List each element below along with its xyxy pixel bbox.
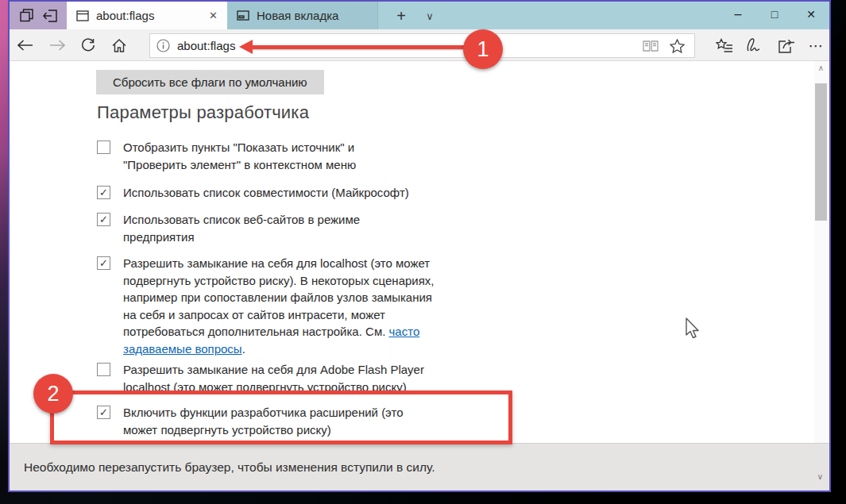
flag-row: ✓Разрешить замыкание на себя для localho… — [97, 255, 435, 357]
restart-notice-text: Необходимо перезапустить браузер, чтобы … — [24, 460, 435, 475]
more-options-icon[interactable]: ⋯ — [805, 33, 827, 57]
tab-preview-icon[interactable] — [20, 9, 33, 22]
site-info-icon[interactable] — [156, 39, 170, 52]
tab-actions-area — [10, 2, 67, 29]
annotation-arrow-line — [251, 45, 465, 49]
window-controls: – □ ✕ — [720, 2, 829, 27]
forward-icon[interactable] — [46, 34, 68, 56]
page-content: Сбросить все флаги по умолчанию Параметр… — [10, 61, 829, 444]
refresh-icon[interactable] — [77, 34, 99, 56]
minimize-button[interactable]: – — [720, 2, 756, 27]
flag-label: Разрешить замыкание на себя для localhos… — [123, 255, 435, 357]
flag-label: Использовать список совместимости (Майкр… — [123, 184, 409, 202]
scrollbar[interactable]: ∧ — [814, 61, 828, 444]
favorite-star-icon[interactable] — [670, 39, 685, 53]
maximize-button[interactable]: □ — [756, 2, 793, 27]
page-icon — [76, 10, 89, 21]
new-tab-page-icon — [237, 10, 249, 21]
flag-row: ✓Использовать список совместимости (Майк… — [97, 184, 409, 202]
desktop-wallpaper: about:flags ✕ Новая вкладка + ∨ — [0, 0, 846, 504]
tab-about-flags[interactable]: about:flags ✕ — [67, 2, 227, 29]
faq-link[interactable]: часто задаваемые вопросы — [123, 325, 419, 356]
checkbox-checked[interactable]: ✓ — [97, 213, 110, 226]
url-text[interactable]: about:flags — [177, 39, 235, 52]
checkbox-checked[interactable]: ✓ — [97, 186, 110, 199]
page-title: Параметры разработчика — [97, 102, 309, 123]
new-tab-button[interactable]: + — [389, 4, 413, 28]
reading-view-icon[interactable] — [643, 40, 659, 52]
checkbox-checked[interactable]: ✓ — [97, 256, 110, 270]
flag-row: Отобразить пункты "Показать источник" и … — [97, 139, 393, 173]
tab-label: Новая вкладка — [257, 9, 338, 22]
tab-preview-chevron-icon[interactable]: ∨ — [418, 4, 442, 28]
mouse-cursor — [685, 317, 702, 341]
scroll-down-icon[interactable]: ∨ — [813, 472, 827, 481]
checkbox-unchecked[interactable] — [97, 140, 110, 154]
flag-label: Отобразить пункты "Показать источник" и … — [123, 139, 393, 173]
annotation-step-1-badge: 1 — [463, 29, 503, 69]
flag-row: ✓Использовать список веб-сайтов в режиме… — [97, 211, 405, 245]
set-tabs-aside-icon[interactable] — [43, 10, 57, 22]
reset-flags-button[interactable]: Сбросить все флаги по умолчанию — [96, 70, 324, 94]
hub-favorites-icon[interactable] — [713, 33, 736, 57]
annotation-highlight-rectangle — [50, 391, 512, 444]
ink-pen-icon[interactable] — [743, 33, 767, 57]
checkbox-unchecked[interactable] — [97, 363, 110, 376]
scroll-up-icon[interactable]: ∧ — [814, 63, 828, 72]
share-icon[interactable] — [775, 33, 798, 57]
close-button[interactable]: ✕ — [793, 2, 829, 27]
tab-label: about:flags — [96, 9, 154, 22]
back-icon[interactable] — [14, 34, 37, 56]
home-icon[interactable] — [108, 34, 130, 56]
scrollbar-thumb[interactable] — [815, 83, 827, 221]
tab-bar: about:flags ✕ Новая вкладка + ∨ — [10, 2, 829, 29]
tab-close-icon[interactable]: ✕ — [209, 10, 218, 21]
annotation-arrow-head — [239, 40, 253, 54]
annotation-step-2-badge: 2 — [33, 374, 73, 414]
flag-label: Использовать список веб-сайтов в режиме … — [123, 211, 405, 245]
restart-notice-bar: Необходимо перезапустить браузер, чтобы … — [10, 443, 829, 491]
tab-new-tab[interactable]: Новая вкладка — [227, 2, 378, 29]
